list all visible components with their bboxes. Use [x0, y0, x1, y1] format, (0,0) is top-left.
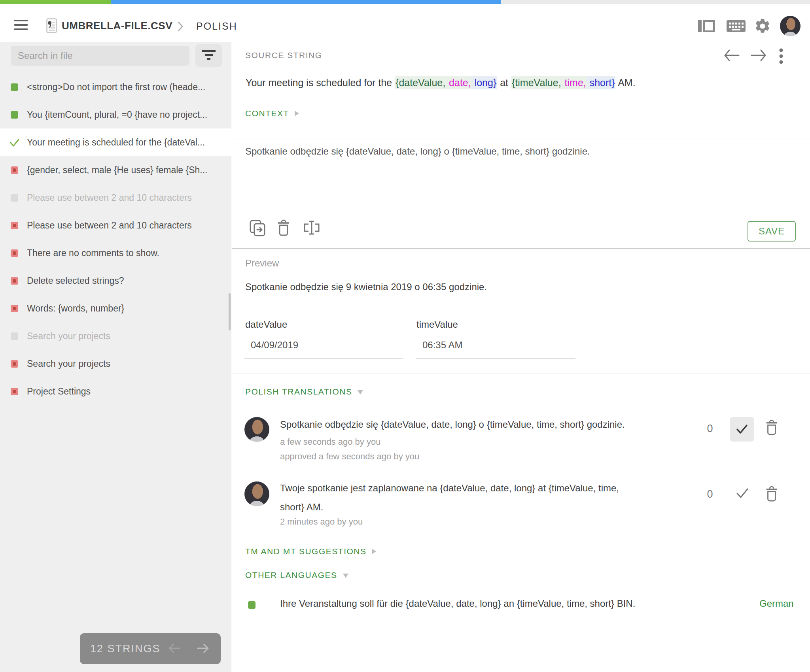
string-list-item[interactable]: Project Settings	[0, 378, 231, 405]
translation-entry-text: Twoje spotkanie jest zaplanowane na {dat…	[280, 479, 707, 517]
string-list-item-selected[interactable]: Your meeting is scheduled for the {dateV…	[0, 128, 231, 156]
editor-panel: SOURCE STRING Your meeting is scheduled …	[232, 42, 810, 672]
status-square-icon	[11, 388, 18, 395]
delete-translation-icon[interactable]	[765, 486, 778, 504]
source-string-label: SOURCE STRING	[245, 51, 322, 60]
string-list-item[interactable]: Words: {words, number}	[0, 294, 231, 322]
time-value-label: timeValue	[416, 319, 458, 330]
other-language-text: Ihre Veranstaltung soll für die {dateVal…	[280, 598, 635, 609]
more-options-kebab-icon[interactable]	[778, 47, 784, 66]
status-square-icon	[11, 194, 18, 202]
string-list-item[interactable]: <strong>Do not import the first row (hea…	[0, 73, 231, 101]
polish-translations-toggle[interactable]: POLISH TRANSLATIONS	[245, 387, 363, 396]
string-list-item[interactable]: Please use between 2 and 10 characters	[0, 184, 231, 211]
string-list-item[interactable]: You {itemCount, plural, =0 {have no proj…	[0, 101, 231, 128]
prev-page-icon[interactable]	[167, 642, 181, 655]
breadcrumb-language[interactable]: POLISH	[196, 21, 237, 32]
translation-editor[interactable]: Spotkanie odbędzie się {dateValue, date,…	[245, 146, 791, 157]
string-list: <strong>Do not import the first row (hea…	[0, 73, 231, 405]
next-page-icon[interactable]	[196, 642, 210, 655]
insert-placeholder-icon[interactable]	[302, 219, 321, 238]
keyboard-shortcuts-icon[interactable]	[726, 19, 746, 35]
divider	[232, 374, 810, 374]
language-status-square-icon	[248, 601, 255, 609]
approved-check-icon	[11, 139, 18, 146]
string-list-item[interactable]: Search your projects	[0, 322, 231, 350]
user-avatar[interactable]	[780, 16, 801, 36]
progress-segment-translated	[111, 0, 501, 4]
status-square-icon	[11, 249, 18, 257]
toggle-sidebar-icon[interactable]	[698, 19, 715, 35]
strings-count-label: 12 STRINGS	[90, 643, 161, 655]
time-value-input[interactable]	[422, 340, 573, 351]
input-underline	[244, 358, 403, 359]
status-square-icon	[11, 332, 18, 340]
date-value-input[interactable]	[251, 340, 401, 351]
collapsed-caret-icon	[372, 549, 376, 554]
translator-avatar	[244, 417, 269, 442]
tm-mt-suggestions-toggle[interactable]: TM AND MT SUGGESTIONS	[245, 547, 376, 556]
status-square-icon	[11, 305, 18, 312]
status-square-icon	[11, 360, 18, 368]
approve-translation-button[interactable]	[730, 417, 754, 442]
translation-entry-meta: 2 minutes ago by you	[280, 517, 363, 527]
filter-button[interactable]	[195, 44, 222, 67]
search-input[interactable]	[11, 46, 189, 66]
divider	[232, 138, 810, 138]
divider	[232, 248, 810, 249]
status-square-icon	[11, 166, 18, 174]
string-list-item[interactable]: There are no comments to show.	[0, 239, 231, 267]
status-square-icon	[11, 111, 18, 119]
sidebar-scrollbar[interactable]	[229, 293, 231, 330]
settings-gear-icon[interactable]	[754, 17, 771, 36]
date-value-label: dateValue	[245, 319, 287, 330]
string-list-item[interactable]: Search your projects	[0, 350, 231, 378]
expanded-caret-icon	[343, 574, 348, 578]
input-underline	[416, 358, 575, 359]
previous-string-icon[interactable]	[723, 48, 740, 64]
delete-translation-icon[interactable]	[765, 419, 778, 437]
source-string-text: Your meeting is scheduled for the {dateV…	[245, 77, 636, 89]
app-header: UMBRELLA-FILE.CSV POLISH	[0, 4, 810, 42]
breadcrumb-chevron-icon	[178, 21, 184, 33]
other-languages-toggle[interactable]: OTHER LANGUAGES	[245, 570, 348, 580]
translator-avatar	[244, 481, 269, 506]
translation-entry-meta: a few seconds ago by you	[280, 437, 380, 447]
preview-text: Spotkanie odbędzie się 9 kwietnia 2019 o…	[245, 281, 487, 293]
translation-entry-text: Spotkanie odbędzie się {dateValue, date,…	[280, 419, 707, 430]
other-language-link[interactable]: German	[759, 598, 794, 609]
preview-label: Preview	[245, 258, 279, 269]
status-square-icon	[11, 83, 18, 91]
copy-source-icon[interactable]	[249, 219, 266, 238]
strings-sidebar: <strong>Do not import the first row (hea…	[0, 42, 231, 672]
file-progress-bar	[0, 0, 810, 4]
menu-icon[interactable]	[14, 20, 28, 30]
vote-count: 0	[705, 423, 715, 435]
string-list-item[interactable]: Delete selected strings?	[0, 267, 231, 294]
status-square-icon	[11, 277, 18, 285]
status-square-icon	[11, 222, 18, 229]
csv-file-icon	[46, 18, 57, 35]
string-list-item[interactable]: Please use between 2 and 10 characters	[0, 211, 231, 239]
breadcrumb-file-name[interactable]: UMBRELLA-FILE.CSV	[62, 20, 172, 32]
next-string-icon[interactable]	[750, 48, 767, 64]
approve-translation-icon[interactable]	[736, 487, 749, 500]
context-toggle[interactable]: CONTEXT	[245, 109, 299, 118]
string-list-item[interactable]: {gender, select, male {He uses} female {…	[0, 156, 231, 184]
expanded-caret-icon	[358, 390, 363, 395]
delete-translation-icon[interactable]	[276, 219, 291, 238]
divider	[232, 308, 810, 308]
filter-icon	[202, 49, 216, 62]
strings-count-button[interactable]: 12 STRINGS	[80, 633, 221, 664]
vote-count: 0	[705, 488, 715, 500]
context-caret-icon	[295, 111, 299, 116]
save-button[interactable]: SAVE	[748, 221, 796, 242]
progress-segment-approved	[0, 0, 111, 4]
translation-entry-meta: approved a few seconds ago by you	[280, 451, 419, 462]
